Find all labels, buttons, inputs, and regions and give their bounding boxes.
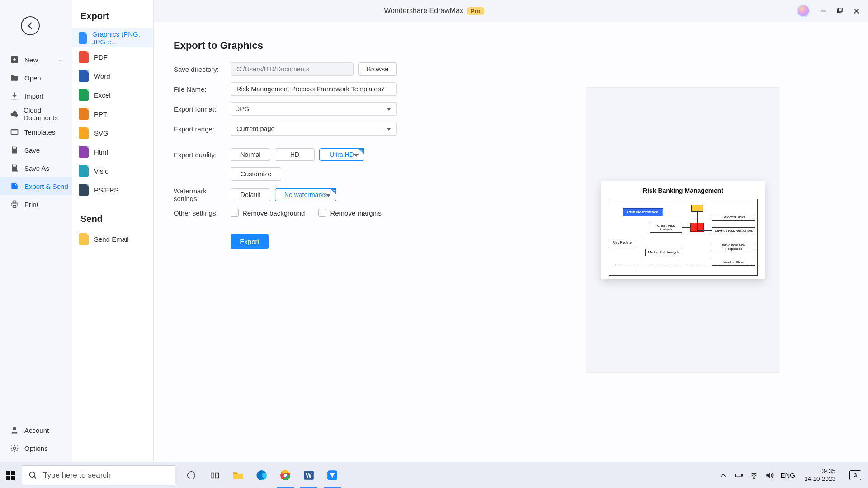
file-name-input[interactable] [231, 82, 397, 96]
add-icon[interactable]: ＋ [57, 56, 64, 64]
preview-title: Risk Banking Management [609, 187, 758, 194]
sidebar-item-new[interactable]: New ＋ [0, 51, 72, 69]
file-icon [79, 146, 89, 158]
sidebar-item-label: New [24, 56, 38, 64]
word-button[interactable]: W [297, 462, 320, 488]
send-email[interactable]: Send Email [72, 230, 153, 249]
browse-button[interactable]: Browse [358, 62, 397, 76]
quality-normal[interactable]: Normal [231, 148, 270, 161]
back-button[interactable] [21, 16, 40, 35]
format-excel[interactable]: Excel [72, 85, 153, 104]
format-html[interactable]: Html [72, 142, 153, 161]
export-heading: Export [72, 0, 153, 28]
cortana-button[interactable] [203, 462, 226, 488]
format-svg[interactable]: SVG [72, 123, 153, 142]
export-button[interactable]: Export [231, 234, 269, 249]
sidebar-item-options[interactable]: Options [0, 439, 72, 457]
templates-icon [10, 127, 19, 136]
sidebar-item-label: Import [24, 92, 44, 100]
watermark-none[interactable]: No watermarks [275, 188, 336, 201]
format-select[interactable]: JPG [231, 102, 397, 116]
svg-rect-17 [13, 165, 16, 167]
sidebar-item-label: Options [24, 445, 48, 452]
check-icon [358, 148, 364, 155]
user-icon [10, 426, 19, 435]
svg-rect-26 [211, 473, 214, 478]
app-title: Wondershare EdrawMax [384, 7, 463, 15]
taskbar-search[interactable]: Type here to search [22, 465, 175, 485]
search-placeholder: Type here to search [43, 471, 111, 480]
format-pseps[interactable]: PS/EPS [72, 180, 153, 199]
svg-rect-27 [216, 473, 218, 478]
file-icon [79, 165, 89, 177]
checkbox-icon [231, 209, 239, 217]
format-ppt[interactable]: PPT [72, 104, 153, 123]
minimize-button[interactable] [820, 8, 826, 14]
format-visio[interactable]: Visio [72, 161, 153, 180]
save-dir-input[interactable] [231, 62, 354, 76]
sidebar-item-export-send[interactable]: Export & Send [0, 177, 72, 195]
watermark-label: Watermark settings: [174, 187, 231, 202]
checkbox-icon [318, 209, 326, 217]
edrawmax-button[interactable] [321, 462, 344, 488]
file-explorer-button[interactable] [227, 462, 250, 488]
sidebar-item-account[interactable]: Account [0, 421, 72, 439]
sidebar-item-label: Save [24, 146, 40, 154]
range-label: Export range: [174, 125, 231, 133]
svg-rect-16 [13, 147, 16, 149]
cloud-icon [10, 109, 18, 118]
windows-taskbar: Type here to search W ENG 09:35 14-10-20… [0, 462, 868, 488]
sidebar-item-cloud[interactable]: Cloud Documents [0, 105, 72, 123]
import-icon [10, 91, 19, 100]
pro-badge: Pro [467, 7, 484, 15]
other-label: Other settings: [174, 209, 231, 217]
file-icon [79, 89, 89, 101]
sidebar-item-print[interactable]: Print [0, 195, 72, 213]
tray-chevron-icon[interactable] [719, 471, 728, 480]
remove-margins-checkbox[interactable]: Remove margins [318, 209, 381, 217]
chrome-button[interactable] [274, 462, 297, 488]
action-center-button[interactable]: 3 [849, 469, 862, 481]
sidebar-item-import[interactable]: Import [0, 87, 72, 105]
preview-pane: Risk Banking Management Risk Identificat… [586, 87, 780, 373]
tray-battery-icon[interactable] [734, 471, 743, 480]
svg-point-25 [188, 471, 195, 479]
file-icon [79, 32, 87, 44]
file-name-label: File Name: [174, 85, 231, 93]
export-icon [10, 182, 19, 191]
format-graphics[interactable]: Graphics (PNG, JPG e... [72, 28, 153, 47]
svg-rect-19 [13, 201, 16, 203]
svg-rect-35 [736, 474, 741, 477]
svg-point-37 [754, 478, 755, 479]
task-view-button[interactable] [180, 462, 203, 488]
maximize-button[interactable] [836, 8, 843, 14]
format-word[interactable]: Word [72, 66, 153, 85]
watermark-default[interactable]: Default [231, 188, 270, 201]
preview-thumbnail: Risk Banking Management Risk Identificat… [601, 181, 765, 279]
tray-language[interactable]: ENG [780, 471, 795, 479]
quality-hd[interactable]: HD [275, 148, 315, 161]
save-icon [10, 145, 19, 155]
plus-square-icon [10, 55, 19, 64]
format-pdf[interactable]: PDF [72, 47, 153, 66]
sidebar-item-open[interactable]: Open [0, 69, 72, 87]
edge-button[interactable] [250, 462, 273, 488]
save-dir-label: Save directory: [174, 66, 231, 73]
tray-clock[interactable]: 09:35 14-10-2023 [802, 468, 838, 483]
tray-wifi-icon[interactable] [750, 471, 759, 480]
sidebar-item-label: Account [24, 427, 49, 434]
sidebar-item-label: Cloud Documents [24, 106, 72, 122]
quality-ultra-hd[interactable]: Ultra HD [319, 148, 364, 161]
sidebar-item-templates[interactable]: Templates [0, 123, 72, 141]
close-button[interactable] [853, 8, 860, 14]
start-button[interactable] [0, 462, 22, 488]
file-icon [79, 108, 89, 120]
tray-volume-icon[interactable] [765, 471, 774, 480]
sidebar-item-label: Templates [24, 128, 55, 136]
range-select[interactable]: Current page [231, 122, 397, 136]
customize-button[interactable]: Customize [231, 167, 281, 181]
sidebar-item-save[interactable]: Save [0, 141, 72, 159]
sidebar-item-save-as[interactable]: Save As [0, 159, 72, 177]
remove-bg-checkbox[interactable]: Remove background [231, 209, 305, 217]
user-avatar[interactable] [797, 5, 810, 17]
